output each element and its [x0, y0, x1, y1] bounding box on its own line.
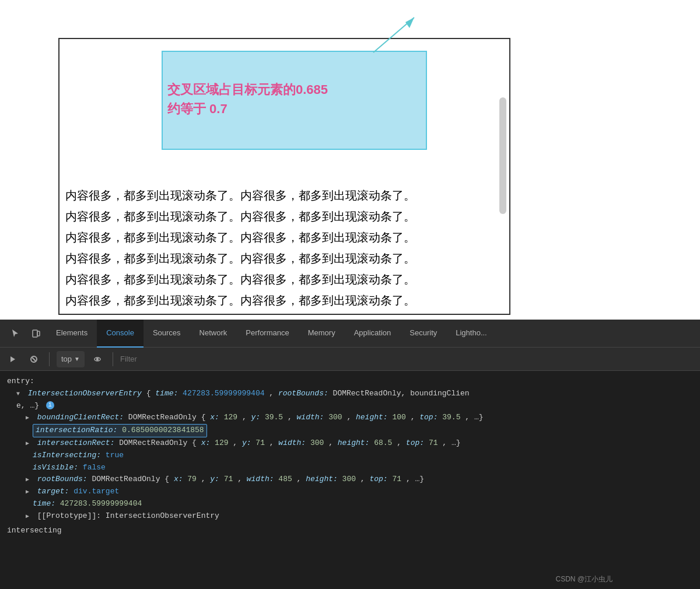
devtools-console: entry: IntersectionObserverEntry { time:… — [0, 371, 700, 589]
console-entry-label: entry: — [7, 376, 693, 388]
tab-application[interactable]: Application — [345, 320, 401, 348]
annotation-line1: 交叉区域占目标元素的0.685 — [167, 80, 328, 99]
device-toggle-btn[interactable] — [26, 323, 47, 344]
content-line: 内容很多，都多到出现滚动条了。内容很多，都多到出现滚动条了。 — [65, 206, 415, 227]
tab-console[interactable]: Console — [97, 320, 144, 348]
devtools-toolbar: top ▼ — [0, 348, 700, 371]
annotation-box: 交叉区域占目标元素的0.685 约等于 0.7 — [167, 80, 328, 118]
content-line: 内容很多，都多到出现滚动条了。内容很多，都多到出现滚动条了。 — [65, 248, 415, 269]
svg-rect-3 — [37, 331, 40, 336]
console-root-bounds: rootBounds: DOMRectReadOnly { x: 79 , y:… — [7, 474, 693, 486]
play-btn[interactable] — [5, 351, 21, 367]
console-intersecting-bottom: intersecting — [7, 525, 693, 537]
console-intersection-rect: intersectionRect: DOMRectReadOnly { x: 1… — [7, 437, 693, 450]
context-selector[interactable]: top ▼ — [57, 351, 85, 367]
info-icon: i — [46, 401, 54, 409]
content-line: 内容很多，都多到出现滚动条了。内容很多，都多到出现滚动条了。 — [65, 185, 415, 206]
svg-marker-1 — [405, 17, 414, 28]
svg-rect-2 — [33, 330, 37, 337]
expand-prototype[interactable] — [26, 510, 33, 523]
expand-root-bounds[interactable] — [26, 474, 33, 486]
console-target: target: div.target — [7, 486, 693, 498]
chevron-down-icon: ▼ — [74, 356, 80, 362]
tab-elements[interactable]: Elements — [47, 320, 97, 348]
tab-memory[interactable]: Memory — [299, 320, 345, 348]
console-intersection-ratio: intersectionRatio: 0.6850000023841858 — [7, 424, 693, 437]
devtools-panel: Elements Console Sources Network Perform… — [0, 320, 700, 589]
expand-arrow-main[interactable] — [16, 388, 23, 400]
stop-btn[interactable] — [26, 351, 42, 367]
console-bounding-rect: boundingClientRect: DOMRectReadOnly { x:… — [7, 412, 693, 424]
toolbar-separator-1 — [49, 352, 50, 366]
annotation-line2: 约等于 0.7 — [167, 99, 328, 118]
console-line-suffix: e, …} i — [7, 400, 693, 412]
arrow-annotation — [368, 12, 426, 61]
expand-target[interactable] — [26, 486, 33, 498]
content-line: 内容很多，都多到出现滚动条了。内容很多，都多到出现滚动条了。 — [65, 290, 415, 311]
filter-input[interactable] — [120, 355, 237, 363]
expand-bounding-rect[interactable] — [26, 412, 33, 424]
tab-performance[interactable]: Performance — [236, 320, 298, 348]
toolbar-separator-2 — [113, 352, 113, 366]
svg-line-6 — [32, 357, 36, 361]
svg-marker-4 — [10, 356, 15, 362]
content-line: 内容很多，都多到出现滚动条了。内容很多，都多到出现滚动条了。 — [65, 269, 415, 290]
console-is-visible: isVisible: false — [7, 462, 693, 474]
console-is-intersecting: isIntersecting: true — [7, 450, 693, 462]
svg-point-8 — [96, 358, 98, 360]
content-area: 内容很多，都多到出现滚动条了。内容很多，都多到出现滚动条了。内容很多，都多到出现… — [65, 185, 415, 315]
console-prototype: [[Prototype]]: IntersectionObserverEntry — [7, 510, 693, 523]
scroll-box: 交叉区域占目标元素的0.685 约等于 0.7 内容很多，都多到出现滚动条了。内… — [58, 38, 510, 315]
csdn-watermark: CSDN @江小虫儿 — [555, 574, 612, 584]
tab-security[interactable]: Security — [400, 320, 446, 348]
content-line: 内容很多，都多到出现滚动条了。内容很多，都多到出现滚动条了。 — [65, 227, 415, 248]
console-time: time: 427283.59999999404 — [7, 498, 693, 510]
browser-page: 交叉区域占目标元素的0.685 约等于 0.7 内容很多，都多到出现滚动条了。内… — [0, 0, 700, 320]
expand-intersection-rect[interactable] — [26, 437, 33, 450]
content-line: 内容很多，都多到出现滚动条了。内容很多，都多到出现滚动条了。 — [65, 311, 415, 315]
tab-network[interactable]: Network — [190, 320, 237, 348]
devtools-tabs-bar: Elements Console Sources Network Perform… — [0, 320, 700, 348]
cursor-icon-btn[interactable] — [5, 323, 26, 344]
scrollbar[interactable] — [499, 97, 506, 214]
eye-btn[interactable] — [89, 351, 106, 367]
console-intersection-entry: IntersectionObserverEntry { time: 427283… — [7, 388, 693, 400]
tab-lighthouse[interactable]: Lightho... — [446, 320, 496, 348]
tab-sources[interactable]: Sources — [144, 320, 190, 348]
